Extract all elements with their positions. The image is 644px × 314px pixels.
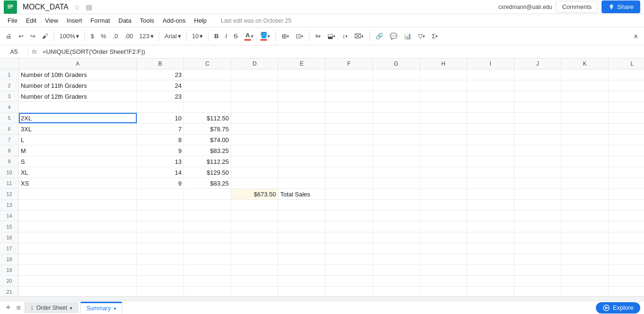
- cell-b10[interactable]: 14: [137, 167, 184, 178]
- col-header-g[interactable]: G: [373, 59, 420, 69]
- tab-summary-chevron[interactable]: ▾: [114, 306, 116, 311]
- cell-c14[interactable]: [184, 211, 231, 221]
- cell-d1[interactable]: [231, 69, 278, 80]
- cell-l6[interactable]: [609, 124, 644, 134]
- cell-b4[interactable]: [137, 102, 184, 112]
- cell-c13[interactable]: [184, 200, 231, 210]
- cell-a2[interactable]: Number of 11th Graders: [19, 80, 137, 91]
- cell-e5[interactable]: [278, 113, 326, 123]
- cell-f13[interactable]: [326, 200, 373, 210]
- cell-l11[interactable]: [609, 178, 644, 188]
- cell-d12[interactable]: $673.50: [231, 189, 278, 199]
- col-header-b[interactable]: B: [137, 59, 184, 69]
- cell-g19[interactable]: [373, 265, 420, 275]
- chart-button[interactable]: 📊: [401, 31, 414, 42]
- cell-l20[interactable]: [609, 276, 644, 286]
- cell-l14[interactable]: [609, 211, 644, 221]
- cell-b19[interactable]: [137, 265, 184, 275]
- col-header-c[interactable]: C: [184, 59, 231, 69]
- star-icon[interactable]: ☆: [74, 3, 80, 11]
- table-row[interactable]: 2Number of 11th Graders24: [0, 80, 644, 91]
- cell-f18[interactable]: [326, 254, 373, 264]
- cell-g2[interactable]: [373, 80, 420, 91]
- cell-k15[interactable]: [561, 221, 609, 232]
- cell-b17[interactable]: [137, 243, 184, 254]
- cell-c1[interactable]: [184, 69, 231, 80]
- cell-j1[interactable]: [514, 69, 561, 80]
- cell-e7[interactable]: [278, 135, 326, 145]
- cell-i8[interactable]: [467, 145, 514, 156]
- cell-b7[interactable]: 8: [137, 135, 184, 145]
- cell-k2[interactable]: [561, 80, 609, 91]
- menu-insert[interactable]: Insert: [63, 16, 86, 25]
- cell-b16[interactable]: [137, 232, 184, 243]
- col-header-h[interactable]: H: [420, 59, 467, 69]
- table-row[interactable]: 16: [0, 232, 644, 243]
- cell-h20[interactable]: [420, 276, 467, 286]
- menu-addons[interactable]: Add-ons: [159, 16, 189, 25]
- cell-b18[interactable]: [137, 254, 184, 264]
- cell-l18[interactable]: [609, 254, 644, 264]
- cell-c4[interactable]: [184, 102, 231, 112]
- cell-l13[interactable]: [609, 200, 644, 210]
- cell-h1[interactable]: [420, 69, 467, 80]
- redo-button[interactable]: ↪: [27, 31, 38, 42]
- percent-button[interactable]: %: [98, 31, 109, 42]
- cell-a18[interactable]: [19, 254, 137, 264]
- table-row[interactable]: 9S13$112.25: [0, 156, 644, 167]
- cell-i15[interactable]: [467, 221, 514, 232]
- cell-c9[interactable]: $112.25: [184, 156, 231, 167]
- col-header-a[interactable]: A: [19, 59, 137, 69]
- cell-k16[interactable]: [561, 232, 609, 243]
- cell-c21[interactable]: [184, 287, 231, 297]
- cell-a17[interactable]: [19, 243, 137, 254]
- cell-j16[interactable]: [514, 232, 561, 243]
- cell-f1[interactable]: [326, 69, 373, 80]
- strikethrough-button[interactable]: S: [231, 31, 241, 42]
- cell-h8[interactable]: [420, 145, 467, 156]
- cell-h2[interactable]: [420, 80, 467, 91]
- font-size-select[interactable]: 10 ▾: [190, 31, 205, 41]
- cell-j3[interactable]: [514, 91, 561, 102]
- text-rotation-button[interactable]: ↕▾: [339, 31, 351, 42]
- cell-i21[interactable]: [467, 287, 514, 297]
- cell-k21[interactable]: [561, 287, 609, 297]
- cell-i2[interactable]: [467, 80, 514, 91]
- table-row[interactable]: 20: [0, 276, 644, 287]
- cell-e6[interactable]: [278, 124, 326, 134]
- cell-k7[interactable]: [561, 135, 609, 145]
- functions-button[interactable]: Σ▾: [429, 31, 441, 42]
- cell-g5[interactable]: [373, 113, 420, 123]
- cell-j6[interactable]: [514, 124, 561, 134]
- cell-i17[interactable]: [467, 243, 514, 254]
- cell-f10[interactable]: [326, 167, 373, 178]
- cell-l10[interactable]: [609, 167, 644, 178]
- cell-l5[interactable]: [609, 113, 644, 123]
- cell-d14[interactable]: [231, 211, 278, 221]
- cell-b1[interactable]: 23: [137, 69, 184, 80]
- cell-j5[interactable]: [514, 113, 561, 123]
- cell-d11[interactable]: [231, 178, 278, 188]
- cell-l8[interactable]: [609, 145, 644, 156]
- cell-j11[interactable]: [514, 178, 561, 188]
- cell-b9[interactable]: 13: [137, 156, 184, 167]
- cell-l19[interactable]: [609, 265, 644, 275]
- cell-e3[interactable]: [278, 91, 326, 102]
- cell-i16[interactable]: [467, 232, 514, 243]
- cell-j18[interactable]: [514, 254, 561, 264]
- cell-f8[interactable]: [326, 145, 373, 156]
- cell-c2[interactable]: [184, 80, 231, 91]
- cell-f15[interactable]: [326, 221, 373, 232]
- cell-c20[interactable]: [184, 276, 231, 286]
- cell-k20[interactable]: [561, 276, 609, 286]
- col-header-f[interactable]: F: [326, 59, 373, 69]
- cell-k1[interactable]: [561, 69, 609, 80]
- bold-button[interactable]: B: [211, 31, 221, 42]
- cell-i9[interactable]: [467, 156, 514, 167]
- cell-a20[interactable]: [19, 276, 137, 286]
- table-row[interactable]: 8M9$83.25: [0, 145, 644, 156]
- cell-h11[interactable]: [420, 178, 467, 188]
- cell-c8[interactable]: $83.25: [184, 145, 231, 156]
- cell-g11[interactable]: [373, 178, 420, 188]
- cell-a15[interactable]: [19, 221, 137, 232]
